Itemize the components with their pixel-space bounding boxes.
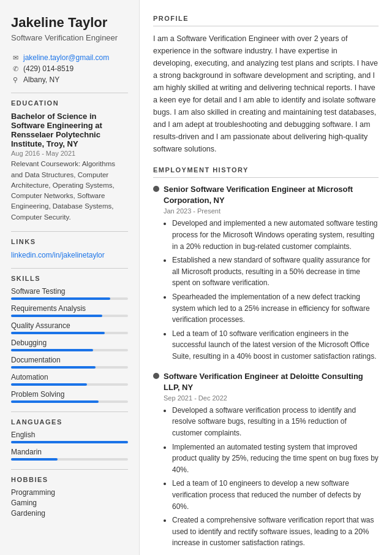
job-title-line: Software Verification Engineer at Deloit… <box>153 371 379 393</box>
edu-date: Aug 2016 - May 2021 <box>11 150 128 157</box>
job-dot <box>153 186 159 192</box>
language-item: English <box>11 431 128 443</box>
divider-profile <box>153 26 379 26</box>
divider-employment <box>153 177 379 178</box>
skill-bar-bg <box>11 332 128 334</box>
skill-item: Requirements Analysis <box>11 304 128 317</box>
coursework-label: Relevant Coursework: <box>11 160 82 167</box>
sidebar: Jakeline Taylor Software Verification En… <box>0 0 140 555</box>
skill-bar-bg <box>11 349 128 351</box>
language-label: Mandarin <box>11 448 128 456</box>
skill-bar-fill <box>11 383 87 386</box>
skill-item: Problem Solving <box>11 390 128 403</box>
job-bullet: Led a team of 10 software verification e… <box>172 328 379 362</box>
job-block: Software Verification Engineer at Deloit… <box>153 371 379 549</box>
skill-bar-fill <box>11 400 99 403</box>
languages-list: English Mandarin <box>11 431 128 461</box>
hobbies-list: ProgrammingGamingGardening <box>11 488 128 518</box>
job-bullet: Established a new standard of software q… <box>172 255 379 289</box>
divider-languages <box>11 411 128 412</box>
hobby-item: Gardening <box>11 509 128 518</box>
linkedin-link[interactable]: linkedin.com/in/jakelinetaylor <box>11 251 105 259</box>
job-bullet: Spearheaded the implementation of a new … <box>172 291 379 326</box>
skill-item: Quality Assurance <box>11 321 128 334</box>
candidate-name: Jakeline Taylor <box>11 15 128 31</box>
job-dot <box>153 373 159 379</box>
hobby-item: Gaming <box>11 499 128 507</box>
divider-links <box>11 231 128 232</box>
email-icon: ✉ <box>11 53 20 62</box>
skill-bar-bg <box>11 366 128 369</box>
skills-label: SKILLS <box>11 275 128 282</box>
divider-hobbies <box>11 469 128 470</box>
skill-bar-bg <box>11 297 128 300</box>
job-title: Senior Software Verification Engineer at… <box>164 184 379 206</box>
skill-label: Documentation <box>11 356 128 364</box>
job-bullet: Created a comprehensive software verific… <box>172 515 379 549</box>
job-title-line: Senior Software Verification Engineer at… <box>153 184 379 206</box>
skill-label: Software Testing <box>11 287 128 296</box>
email-link[interactable]: jakeline.taylor@gmail.com <box>23 53 109 62</box>
skill-bar-fill <box>11 366 96 369</box>
location-text: Albany, NY <box>23 75 59 84</box>
divider-skills <box>11 268 128 269</box>
skill-bar-bg <box>11 383 128 386</box>
employment-section: EMPLOYMENT HISTORY Senior Software Verif… <box>153 166 379 549</box>
coursework-text: Algorithms and Data Structures, Computer… <box>11 160 115 220</box>
links-label: LINKS <box>11 238 128 245</box>
job-block: Senior Software Verification Engineer at… <box>153 184 379 362</box>
job-title: Software Verification Engineer at Deloit… <box>164 371 379 393</box>
job-bullet: Implemented an automated testing system … <box>172 442 379 476</box>
contact-phone-item: ✆ (429) 014-8519 <box>11 64 128 73</box>
hobbies-label: HOBBIES <box>11 476 128 483</box>
contact-list: ✉ jakeline.taylor@gmail.com ✆ (429) 014-… <box>11 53 128 84</box>
links-section: linkedin.com/in/jakelinetaylor <box>11 250 128 259</box>
skill-item: Debugging <box>11 339 128 351</box>
skill-label: Problem Solving <box>11 390 128 399</box>
language-label: English <box>11 431 128 439</box>
hobby-item: Programming <box>11 488 128 497</box>
skill-item: Automation <box>11 373 128 386</box>
job-bullet: Developed and implemented a new automate… <box>172 218 379 252</box>
language-bar-fill <box>11 458 58 461</box>
job-date: Sep 2021 - Dec 2022 <box>164 394 379 402</box>
skill-label: Requirements Analysis <box>11 304 128 313</box>
edu-coursework: Relevant Coursework: Algorithms and Data… <box>11 159 128 223</box>
skill-item: Documentation <box>11 356 128 369</box>
language-bar-bg <box>11 458 128 461</box>
contact-location-item: ⚲ Albany, NY <box>11 75 128 84</box>
skill-label: Automation <box>11 373 128 381</box>
job-bullets: Developed a software verification proces… <box>164 405 379 549</box>
profile-text: I am a Software Verification Engineer wi… <box>153 33 379 155</box>
skills-list: Software Testing Requirements Analysis Q… <box>11 287 128 403</box>
skill-label: Debugging <box>11 339 128 347</box>
main-content: PROFILE I am a Software Verification Eng… <box>140 0 392 555</box>
resume-container: Jakeline Taylor Software Verification En… <box>0 0 392 555</box>
skill-bar-bg <box>11 400 128 403</box>
contact-email-item: ✉ jakeline.taylor@gmail.com <box>11 53 128 62</box>
edu-degree: Bachelor of Science in Software Engineer… <box>11 112 128 148</box>
skill-label: Quality Assurance <box>11 321 128 330</box>
phone-text: (429) 014-8519 <box>23 64 74 73</box>
job-date: Jan 2023 - Present <box>164 207 379 215</box>
languages-label: LANGUAGES <box>11 418 128 426</box>
language-bar-fill <box>11 441 128 443</box>
profile-label: PROFILE <box>153 15 379 22</box>
skill-bar-fill <box>11 332 105 334</box>
location-icon: ⚲ <box>11 75 20 84</box>
jobs-list: Senior Software Verification Engineer at… <box>153 184 379 549</box>
skill-item: Software Testing <box>11 287 128 300</box>
divider-education <box>11 93 128 93</box>
skill-bar-fill <box>11 297 110 300</box>
job-bullets: Developed and implemented a new automate… <box>164 218 379 362</box>
employment-label: EMPLOYMENT HISTORY <box>153 166 379 174</box>
skill-bar-bg <box>11 315 128 317</box>
skill-bar-fill <box>11 315 102 317</box>
skill-bar-fill <box>11 349 93 351</box>
job-bullet: Developed a software verification proces… <box>172 405 379 439</box>
job-bullet: Led a team of 10 engineers to develop a … <box>172 478 379 512</box>
candidate-title: Software Verification Engineer <box>11 33 128 42</box>
phone-icon: ✆ <box>11 64 20 73</box>
education-label: EDUCATION <box>11 99 128 107</box>
language-item: Mandarin <box>11 448 128 461</box>
